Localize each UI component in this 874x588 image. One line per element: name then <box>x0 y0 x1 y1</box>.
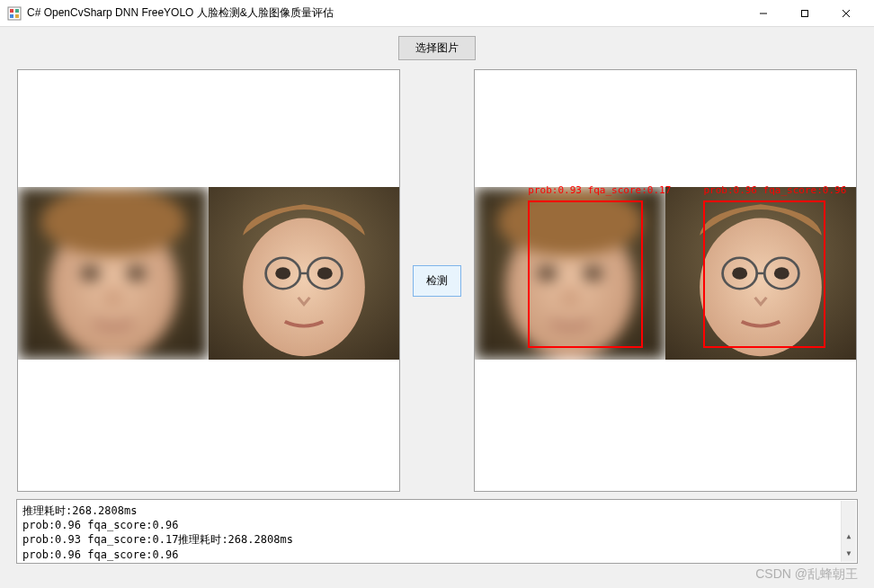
output-line-3: prob:0.93 fqa_score:0.17 <box>22 563 178 564</box>
svg-rect-4 <box>15 14 19 18</box>
input-face-left <box>18 187 209 360</box>
detection-box-0 <box>528 200 642 347</box>
input-image <box>18 187 399 360</box>
output-scrollbar[interactable]: ▲ ▼ <box>841 501 856 562</box>
maximize-button[interactable] <box>784 0 825 27</box>
svg-point-18 <box>317 267 333 279</box>
svg-rect-2 <box>15 9 19 13</box>
svg-point-17 <box>275 267 290 279</box>
watermark: CSDN @乱蜂朝王 <box>755 566 858 583</box>
svg-rect-1 <box>10 9 13 13</box>
svg-point-13 <box>127 266 146 280</box>
svg-point-11 <box>40 187 185 256</box>
svg-rect-3 <box>10 14 13 18</box>
minimize-button[interactable] <box>743 0 784 27</box>
window-title: C# OpenCvSharp DNN FreeYOLO 人脸检测&人脸图像质量评… <box>27 5 743 21</box>
output-image-panel: prob:0.93 fqa_score:0.17 prob:0.96 fqa_s… <box>474 69 857 492</box>
client-area: 选择图片 <box>0 27 874 588</box>
select-image-button[interactable]: 选择图片 <box>398 36 476 60</box>
svg-rect-6 <box>802 10 808 16</box>
detection-label-0: prob:0.93 fqa_score:0.17 <box>528 184 671 196</box>
detection-box-1 <box>703 200 825 347</box>
top-toolbar: 选择图片 <box>0 27 874 60</box>
titlebar: C# OpenCvSharp DNN FreeYOLO 人脸检测&人脸图像质量评… <box>0 0 874 27</box>
output-line-2: prob:0.96 fqa_score:0.96 <box>22 548 178 561</box>
output-line-1: 推理耗时:268.2808ms <box>178 533 292 546</box>
output-image: prob:0.93 fqa_score:0.17 prob:0.96 fqa_s… <box>475 187 856 360</box>
detect-button[interactable]: 检测 <box>413 265 461 297</box>
svg-point-14 <box>103 287 122 307</box>
main-row: 检测 <box>0 69 874 492</box>
window-controls <box>743 0 867 27</box>
close-button[interactable] <box>825 0 867 27</box>
input-face-right <box>209 187 399 360</box>
detection-label-1: prob:0.96 fqa_score:0.96 <box>703 184 846 196</box>
svg-point-12 <box>81 266 100 280</box>
scroll-up-icon[interactable]: ▲ <box>842 530 856 545</box>
output-textbox[interactable]: 推理耗时:268.2808ms prob:0.96 fqa_score:0.96… <box>16 499 858 564</box>
svg-point-16 <box>243 218 365 357</box>
scroll-down-icon[interactable]: ▼ <box>842 547 856 562</box>
input-image-panel <box>17 69 400 492</box>
app-icon <box>7 6 22 21</box>
